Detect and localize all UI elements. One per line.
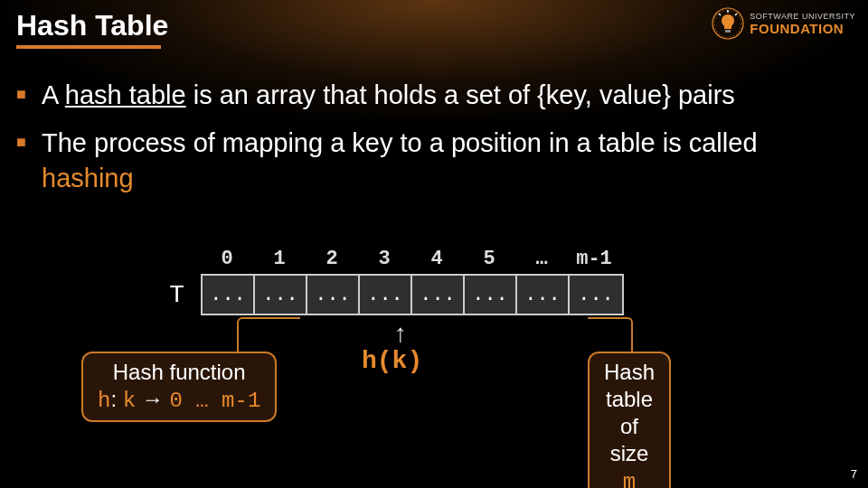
bullet-2: The process of mapping a key to a positi… bbox=[16, 126, 852, 196]
index-label: 3 bbox=[358, 248, 410, 270]
svg-rect-2 bbox=[725, 30, 731, 33]
index-label: 2 bbox=[306, 248, 358, 270]
table-size-callout: Hash table of size m bbox=[588, 352, 671, 488]
table-cell: ... bbox=[307, 276, 360, 314]
table-cell: ... bbox=[203, 276, 255, 314]
table-label: T bbox=[145, 281, 201, 309]
text: k bbox=[123, 389, 136, 413]
connector-line bbox=[588, 317, 633, 355]
text: 0 … m-1 bbox=[170, 389, 261, 413]
hash-table-diagram: 0 1 2 3 4 5 … m-1 T ... ... ... ... ... … bbox=[145, 248, 624, 315]
text: h bbox=[98, 389, 110, 413]
text: → bbox=[136, 387, 169, 411]
text: : bbox=[110, 387, 122, 411]
table-cell: ... bbox=[465, 276, 517, 314]
table-cell: ... bbox=[570, 276, 622, 314]
bullet-list: A hash table is an array that holds a se… bbox=[16, 78, 852, 209]
text: of size bbox=[610, 414, 649, 465]
text: Hash function bbox=[113, 360, 246, 384]
connector-line bbox=[237, 317, 300, 355]
hash-function-callout: Hash function h: k → 0 … m-1 bbox=[81, 352, 277, 422]
text: is an array that holds a set of {key, va… bbox=[186, 80, 735, 109]
index-label: 1 bbox=[253, 248, 306, 270]
text: Hash table bbox=[604, 360, 655, 411]
index-label: 4 bbox=[410, 248, 463, 270]
hashing-term: hashing bbox=[42, 164, 134, 192]
hash-table-term: hash table bbox=[65, 80, 186, 109]
text: The process of mapping a key to a positi… bbox=[42, 128, 758, 157]
arrow-up-icon: ↑ bbox=[394, 319, 407, 348]
text: A bbox=[42, 80, 65, 109]
svg-line-5 bbox=[735, 14, 737, 15]
index-row: 0 1 2 3 4 5 … m-1 bbox=[201, 248, 624, 270]
title-underline bbox=[16, 45, 161, 49]
index-label: … bbox=[515, 248, 568, 270]
index-label: 5 bbox=[463, 248, 515, 270]
logo-line1: SOFTWARE UNIVERSITY bbox=[750, 13, 855, 21]
table-cells: ... ... ... ... ... ... ... ... bbox=[201, 274, 624, 315]
svg-line-4 bbox=[719, 14, 721, 15]
hash-of-k: h(k) bbox=[362, 347, 422, 375]
table-cell: ... bbox=[517, 276, 570, 314]
table-cell: ... bbox=[255, 276, 307, 314]
table-cell: ... bbox=[412, 276, 465, 314]
page-number: 7 bbox=[851, 467, 857, 481]
index-label: 0 bbox=[201, 248, 253, 270]
bullet-1: A hash table is an array that holds a se… bbox=[16, 78, 852, 113]
table-cell: ... bbox=[360, 276, 412, 314]
slide-title: Hash Table bbox=[16, 9, 168, 42]
logo-line2: FOUNDATION bbox=[750, 22, 855, 35]
logo: SOFTWARE UNIVERSITY FOUNDATION bbox=[712, 7, 855, 40]
lightbulb-icon bbox=[712, 7, 744, 40]
index-label: m-1 bbox=[568, 248, 620, 270]
text: m bbox=[623, 470, 636, 488]
